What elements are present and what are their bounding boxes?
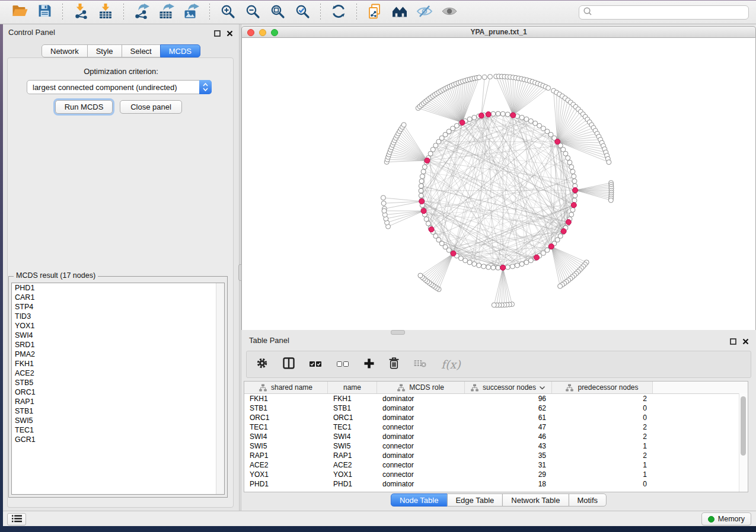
table-row[interactable]: SWI5SWI5connector431: [244, 441, 748, 451]
mcds-result-item[interactable]: CAR1: [12, 293, 224, 302]
zoom-in-button[interactable]: [219, 4, 237, 21]
delete-entry-icon[interactable]: [389, 357, 399, 371]
network-window-titlebar[interactable]: YPA_prune.txt_1: [241, 26, 756, 38]
search-box: [579, 5, 749, 20]
table-cell: 1: [552, 442, 653, 450]
table-row[interactable]: YOX1YOX1connector291: [244, 470, 748, 479]
tab-style[interactable]: Style: [87, 44, 122, 57]
table-row[interactable]: SWI4SWI4dominator462: [244, 432, 748, 441]
float-panel-icon[interactable]: [730, 336, 736, 347]
memory-status-icon: [708, 516, 714, 523]
show-column-icon[interactable]: [283, 357, 295, 371]
toolbar-separator: [356, 4, 357, 21]
maximize-window-icon[interactable]: [271, 29, 278, 36]
mcds-result-item[interactable]: ACE2: [12, 368, 224, 378]
table-cell: 96: [465, 395, 552, 403]
hide-selected-button[interactable]: [416, 4, 433, 21]
mcds-result-item[interactable]: ORC1: [12, 387, 224, 397]
tab-select[interactable]: Select: [122, 44, 161, 57]
table-scrollbar-thumb[interactable]: [741, 396, 746, 456]
close-panel-button[interactable]: Close panel: [120, 100, 182, 114]
open-file-button[interactable]: [11, 4, 28, 21]
mcds-result-item[interactable]: GCR1: [12, 435, 224, 444]
mcds-result-item[interactable]: STB5: [12, 378, 224, 387]
close-window-icon[interactable]: [247, 29, 254, 36]
tree-hierarchy-icon: [259, 384, 267, 392]
table-row[interactable]: RAP1RAP1dominator352: [244, 451, 748, 460]
criterion-dropdown[interactable]: largest connected component (undirected): [27, 80, 212, 94]
table-row[interactable]: PHD1PHD1dominator180: [244, 479, 748, 489]
tab-network[interactable]: Network: [42, 44, 88, 57]
deselect-all-icon[interactable]: [337, 359, 349, 370]
node-table: shared namenameMCDS rolesuccessor nodesp…: [244, 381, 748, 492]
table-cell: 1: [552, 461, 653, 469]
mcds-result-item[interactable]: TEC1: [12, 425, 224, 435]
network-graph[interactable]: [242, 38, 755, 329]
import-table-button[interactable]: [97, 4, 114, 21]
first-neighbors-button[interactable]: [391, 4, 409, 21]
memory-button[interactable]: Memory: [701, 512, 751, 525]
export-table-icon: [158, 3, 175, 21]
copy-network-button[interactable]: [366, 4, 384, 21]
export-table-button[interactable]: [158, 4, 176, 21]
memory-button-label: Memory: [718, 515, 745, 523]
refresh-view-button[interactable]: [330, 4, 347, 21]
table-cell: ORC1: [244, 414, 328, 422]
show-all-button[interactable]: [441, 4, 458, 21]
mcds-result-item[interactable]: SWI5: [12, 416, 224, 425]
table-row[interactable]: STB1STB1dominator620: [244, 403, 748, 413]
close-panel-icon[interactable]: [742, 336, 749, 347]
mcds-result-item[interactable]: PHD1: [12, 283, 224, 293]
table-cell: dominator: [377, 414, 465, 422]
import-network-button[interactable]: [72, 4, 90, 21]
task-history-button[interactable]: [7, 513, 26, 525]
tab-network-table[interactable]: Network Table: [502, 493, 569, 507]
network-view-canvas[interactable]: [241, 38, 756, 330]
network-window-title: YPA_prune.txt_1: [470, 28, 527, 36]
tab-node-table[interactable]: Node Table: [391, 493, 448, 507]
table-cell: SWI4: [328, 432, 377, 441]
close-panel-icon[interactable]: [227, 28, 233, 39]
table-row[interactable]: ACE2ACE2connector311: [244, 460, 748, 470]
table-scrollbar[interactable]: [739, 393, 748, 492]
column-header-shared-name[interactable]: shared name: [244, 382, 328, 393]
export-image-button[interactable]: [183, 4, 200, 21]
column-header-successor-nodes[interactable]: successor nodes: [465, 382, 552, 393]
save-session-button[interactable]: [36, 4, 53, 21]
refresh-icon: [331, 4, 346, 21]
mcds-result-item[interactable]: PMA2: [12, 350, 224, 359]
table-row[interactable]: TEC1TEC1connector472: [244, 422, 748, 432]
select-all-icon[interactable]: [310, 359, 322, 370]
float-panel-icon[interactable]: [214, 28, 221, 39]
mcds-result-item[interactable]: YOX1: [12, 321, 224, 331]
search-input[interactable]: [592, 8, 745, 17]
column-header-mcds-role[interactable]: MCDS role: [377, 382, 465, 393]
table-cell: dominator: [377, 451, 465, 460]
column-header-predecessor-nodes[interactable]: predecessor nodes: [552, 382, 653, 393]
mcds-result-scrollbar[interactable]: [216, 283, 224, 494]
column-header-name[interactable]: name: [328, 382, 377, 393]
tree-hierarchy-icon: [397, 384, 405, 392]
export-network-button[interactable]: [133, 4, 151, 21]
settings-gear-icon[interactable]: [256, 357, 268, 371]
tab-mcds[interactable]: MCDS: [160, 44, 200, 57]
table-row[interactable]: FKH1FKH1dominator962: [244, 394, 748, 403]
table-row[interactable]: ORC1ORC1dominator610: [244, 413, 748, 422]
mcds-result-item[interactable]: STB1: [12, 406, 224, 416]
mcds-result-item[interactable]: SWI4: [12, 331, 224, 340]
mcds-result-item[interactable]: FKH1: [12, 359, 224, 368]
table-cell: PHD1: [328, 480, 377, 488]
tab-edge-table[interactable]: Edge Table: [446, 493, 503, 507]
table-cell: 31: [465, 461, 552, 469]
run-mcds-button[interactable]: Run MCDS: [55, 100, 113, 114]
add-entry-icon[interactable]: [364, 358, 374, 371]
zoom-selected-button[interactable]: [294, 4, 311, 21]
zoom-fit-button[interactable]: [269, 4, 286, 21]
tab-motifs[interactable]: Motifs: [568, 493, 607, 507]
mcds-result-item[interactable]: SRD1: [12, 340, 224, 350]
mcds-result-item[interactable]: RAP1: [12, 397, 224, 406]
minimize-window-icon[interactable]: [259, 29, 266, 36]
mcds-result-item[interactable]: STP4: [12, 302, 224, 312]
mcds-result-item[interactable]: TID3: [12, 312, 224, 321]
zoom-out-button[interactable]: [244, 4, 261, 21]
